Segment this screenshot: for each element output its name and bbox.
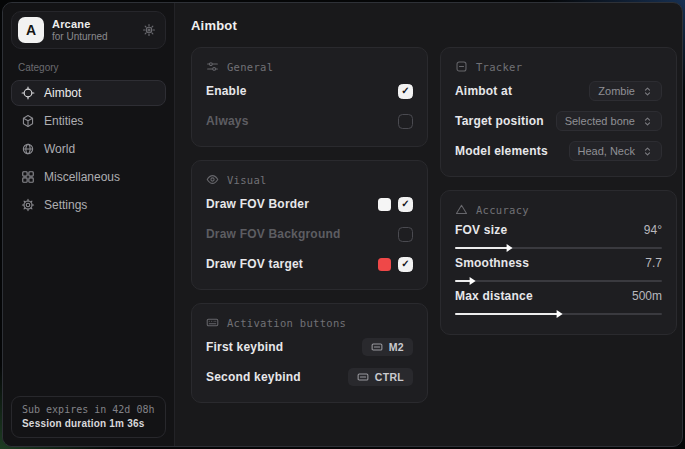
smoothness-slider-block: Smoothness 7.7 [455, 256, 662, 282]
setting-label: Aimbot at [455, 84, 512, 98]
fov-target-checkbox[interactable] [398, 257, 413, 272]
fov-border-color-swatch[interactable] [378, 198, 391, 211]
card-title: Accuracy [476, 204, 529, 216]
chevron-up-down-icon [642, 86, 653, 97]
eye-icon [206, 173, 219, 186]
app-subtitle: for Unturned [52, 31, 108, 42]
setting-row-target-position: Target position Selected bone [455, 109, 662, 133]
max-distance-slider[interactable] [455, 313, 662, 315]
right-column: Tracker Aimbot at Zombie [440, 47, 677, 335]
visual-card-header: Visual [206, 173, 413, 186]
triangle-icon [455, 203, 468, 216]
always-checkbox[interactable] [398, 114, 413, 129]
keyboard-icon [206, 316, 219, 329]
main-panel: Aimbot General Enable [175, 3, 683, 446]
aimbot-at-select[interactable]: Zombie [589, 81, 662, 101]
tracker-icon [455, 60, 468, 73]
sidebar: A Arcane for Unturned Category [3, 3, 175, 446]
slider-label: Smoothness [455, 256, 529, 270]
select-value: Selected bone [565, 115, 635, 127]
app-logo: A [18, 17, 44, 43]
smoothness-slider[interactable] [455, 280, 662, 282]
sidebar-item-label: Aimbot [44, 86, 81, 100]
fov-size-slider[interactable] [455, 247, 662, 249]
sidebar-item-world[interactable]: World [11, 136, 166, 162]
select-value: Zombie [598, 85, 635, 97]
app-name: Arcane [52, 18, 108, 30]
settings-gear-icon[interactable] [142, 23, 156, 37]
slider-thumb[interactable] [469, 277, 475, 285]
card-title: Tracker [476, 61, 522, 73]
setting-row-fov-background: Draw FOV Background [206, 222, 413, 246]
second-keybind-button[interactable]: CTRL [348, 368, 413, 386]
slider-label: Max distance [455, 289, 533, 303]
fov-border-checkbox[interactable] [398, 197, 413, 212]
fov-size-slider-block: FOV size 94° [455, 223, 662, 249]
globe-icon [21, 142, 35, 156]
sidebar-item-aimbot[interactable]: Aimbot [11, 80, 166, 106]
slider-value: 500m [632, 289, 662, 303]
setting-label: Draw FOV Background [206, 227, 341, 241]
setting-label: Draw FOV Border [206, 197, 309, 211]
sidebar-nav: Aimbot Entities [11, 80, 166, 218]
setting-label: Always [206, 114, 249, 128]
gear-icon [21, 198, 35, 212]
setting-row-model-elements: Model elements Head, Neck [455, 139, 662, 163]
page-title: Aimbot [191, 18, 677, 33]
setting-row-fov-target: Draw FOV target [206, 252, 413, 276]
sidebar-item-miscellaneous[interactable]: Miscellaneous [11, 164, 166, 190]
sidebar-item-label: Miscellaneous [44, 170, 120, 184]
slider-thumb[interactable] [506, 244, 512, 252]
accuracy-card-header: Accuracy [455, 203, 662, 216]
general-card-header: General [206, 60, 413, 73]
keyboard-icon [357, 371, 369, 383]
setting-label: First keybind [206, 340, 283, 354]
grid-icon [21, 170, 35, 184]
setting-label: Draw FOV target [206, 257, 303, 271]
fov-target-color-swatch[interactable] [378, 258, 391, 271]
left-column: General Enable Always [191, 47, 428, 403]
visual-card: Visual Draw FOV Border Draw FOV Backgrou… [191, 160, 428, 290]
session-duration-text: Session duration 1m 36s [22, 418, 155, 429]
setting-row-second-keybind: Second keybind CTRL [206, 365, 413, 389]
card-title: Activation buttons [227, 317, 346, 329]
sidebar-item-label: Entities [44, 114, 83, 128]
activation-card: Activation buttons First keybind M2 [191, 303, 428, 403]
card-title: General [227, 61, 273, 73]
general-card: General Enable Always [191, 47, 428, 147]
fov-background-checkbox[interactable] [398, 227, 413, 242]
sidebar-item-label: World [44, 142, 75, 156]
slider-fill [455, 247, 509, 249]
sidebar-item-settings[interactable]: Settings [11, 192, 166, 218]
sub-expires-text: Sub expires in 42d 08h [22, 404, 155, 415]
first-keybind-button[interactable]: M2 [362, 338, 413, 356]
model-elements-select[interactable]: Head, Neck [569, 141, 662, 161]
slider-value: 7.7 [645, 256, 662, 270]
max-distance-slider-block: Max distance 500m [455, 289, 662, 315]
setting-label: Enable [206, 84, 247, 98]
accuracy-card: Accuracy FOV size 94° [440, 190, 677, 335]
entities-cube-icon [21, 114, 35, 128]
card-title: Visual [227, 174, 267, 186]
enable-checkbox[interactable] [398, 84, 413, 99]
brand-card: A Arcane for Unturned [11, 11, 166, 49]
chevron-up-down-icon [642, 146, 653, 157]
slider-fill [455, 313, 559, 315]
setting-label: Model elements [455, 144, 548, 158]
slider-thumb[interactable] [556, 310, 562, 318]
target-position-select[interactable]: Selected bone [556, 111, 662, 131]
setting-label: Target position [455, 114, 544, 128]
app-window: A Arcane for Unturned Category [2, 2, 683, 447]
sidebar-item-entities[interactable]: Entities [11, 108, 166, 134]
chevron-up-down-icon [642, 116, 653, 127]
category-label: Category [18, 62, 159, 73]
sidebar-item-label: Settings [44, 198, 87, 212]
brand-text: Arcane for Unturned [52, 18, 108, 42]
setting-row-fov-border: Draw FOV Border [206, 192, 413, 216]
setting-row-enable: Enable [206, 79, 413, 103]
sliders-icon [206, 60, 219, 73]
setting-row-aimbot-at: Aimbot at Zombie [455, 79, 662, 103]
crosshair-icon [21, 86, 35, 100]
setting-row-first-keybind: First keybind M2 [206, 335, 413, 359]
keybind-value: M2 [389, 341, 404, 353]
